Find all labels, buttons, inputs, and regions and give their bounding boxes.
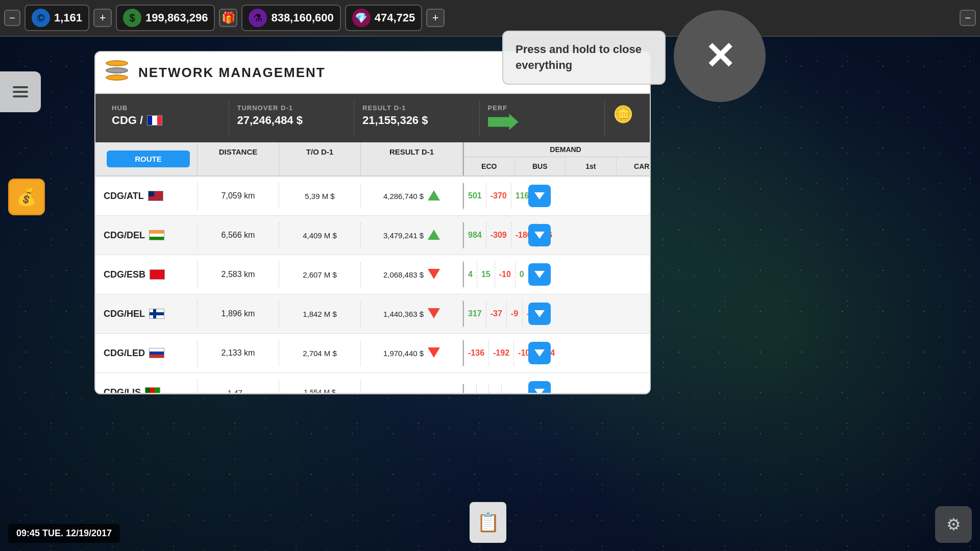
dropdown-arrow-icon: [534, 349, 545, 357]
timestamp-text: 09:45 TUE. 12/19/2017: [16, 528, 112, 538]
flag-in: [149, 230, 164, 240]
credits-icon: ©: [32, 9, 50, 27]
table-row: CDG/HEL1,896 km1,842 M $1,440,363 $317-3…: [95, 294, 650, 334]
game-timestamp: 09:45 TUE. 12/19/2017: [8, 524, 120, 543]
col-car-header: CAR: [617, 157, 650, 176]
route-cell-CDG/ATL: CDG/ATL: [95, 183, 198, 210]
row-dropdown-btn[interactable]: [528, 303, 551, 325]
table-row: CDG/ATL7,059 km5,39 M $4,286,740 $501-37…: [95, 177, 650, 216]
route-cell-CDG/ESB: CDG/ESB: [95, 261, 198, 288]
result-value: 21,155,326 $: [362, 114, 471, 127]
partial-route: CDG/LIS: [95, 379, 198, 394]
col-1st-header: 1st: [566, 157, 617, 176]
hub-summary: HUB CDG /: [104, 100, 229, 136]
partial-to: 1,554 M $: [279, 380, 361, 393]
credits-add-button[interactable]: +: [93, 9, 112, 27]
table-row: CDG/ESB2,583 km2,607 M $2,068,483 $415-1…: [95, 255, 650, 294]
col-to-header: T/O D-1: [279, 142, 361, 176]
turnover-label: TURNOVER D-1: [237, 104, 346, 112]
dollar-icon: 💰: [16, 187, 37, 207]
partial-flag: [145, 387, 160, 393]
col-route-header: ROUTE: [107, 151, 190, 167]
table-body: CDG/ATL7,059 km5,39 M $4,286,740 $501-37…: [95, 177, 650, 373]
panel-title: NETWORK MANAGEMENT: [138, 65, 326, 81]
summary-logo: 🪙: [609, 100, 638, 129]
route-cell-CDG/DEL: CDG/DEL: [95, 222, 198, 249]
perf-arrow: [488, 114, 519, 130]
result-label: RESULT D-1: [362, 104, 471, 112]
credits-minus-button[interactable]: −: [4, 10, 20, 26]
clipboard-button[interactable]: 📋: [470, 502, 506, 543]
resources-value: 838,160,600: [271, 11, 333, 24]
top-bar: − © 1,161 + $ 199,863,296 🎁 ⚗ 838,160,60…: [0, 0, 980, 37]
partial-demand: [463, 384, 514, 393]
result-summary: RESULT D-1 21,155,326 $: [354, 100, 480, 136]
resources-display: ⚗ 838,160,600: [241, 5, 340, 31]
flag-fi: [149, 309, 164, 319]
turnover-summary: TURNOVER D-1 27,246,484 $: [229, 100, 355, 136]
hub-label: HUB: [112, 104, 220, 112]
close-everything-button[interactable]: ✕: [674, 10, 766, 102]
credits-value: 1,161: [54, 11, 82, 24]
row-dropdown-btn[interactable]: [528, 185, 551, 207]
sidebar-menu-button[interactable]: [0, 71, 41, 112]
table-row: CDG/LED2,133 km2,704 M $1,970,440 $-136-…: [95, 334, 650, 373]
money-gift-button[interactable]: 🎁: [219, 9, 237, 27]
money-icon: $: [123, 9, 141, 27]
flag-us: [148, 191, 163, 201]
premium-icon: 💎: [352, 9, 371, 27]
hamburger-icon: [13, 86, 28, 97]
clipboard-icon: 📋: [477, 512, 500, 533]
top-minus-right[interactable]: −: [960, 10, 976, 26]
network-management-panel: NETWORK MANAGEMENT HUB CDG / TURNOVER D-…: [94, 51, 651, 394]
row-dropdown-btn[interactable]: [528, 342, 551, 364]
partial-result: [361, 384, 463, 393]
close-button-container: Press and hold to close everything ✕: [502, 10, 766, 102]
hub-flag-fr: [147, 115, 162, 126]
dropdown-arrow-icon: [534, 232, 545, 239]
money-display: $ 199,863,296: [116, 5, 215, 31]
panel-logo: [106, 60, 130, 85]
partial-distance: 1,47...: [198, 380, 279, 394]
partial-dropdown-arrow: [534, 389, 545, 393]
col-result-header: RESULT D-1: [361, 142, 463, 176]
partial-dropdown[interactable]: [528, 381, 551, 393]
money-value: 199,863,296: [145, 11, 208, 24]
perf-summary: PERF: [480, 100, 605, 136]
row-dropdown-btn[interactable]: [528, 224, 551, 246]
tooltip-text: Press and hold to close everything: [516, 43, 642, 71]
route-cell-CDG/LED: CDG/LED: [95, 340, 198, 367]
demand-group-header: DEMAND ECO BUS 1st CAR: [463, 142, 650, 176]
flag-tr: [150, 269, 165, 280]
routes-table: ROUTE DISTANCE T/O D-1 RESULT D-1 DEMAND…: [95, 142, 650, 393]
premium-add-button[interactable]: +: [426, 9, 445, 27]
settings-button[interactable]: ⚙: [935, 506, 972, 543]
route-cell-CDG/HEL: CDG/HEL: [95, 300, 198, 328]
col-eco-header: ECO: [464, 157, 515, 176]
turnover-value: 27,246,484 $: [237, 114, 346, 127]
credits-display: © 1,161: [24, 5, 89, 31]
dollar-button[interactable]: 💰: [8, 179, 45, 215]
table-row: CDG/DEL6,566 km4,409 M $3,479,241 $984-3…: [95, 216, 650, 255]
flag-ru: [149, 348, 164, 358]
col-distance-header: DISTANCE: [198, 142, 279, 176]
table-row-partial: CDG/LIS 1,47... 1,554 M $: [95, 373, 650, 393]
row-dropdown-btn[interactable]: [528, 263, 551, 286]
dropdown-arrow-icon: [534, 192, 545, 199]
demand-label: DEMAND: [464, 142, 650, 157]
col-bus-header: BUS: [515, 157, 566, 176]
dropdown-arrow-icon: [534, 271, 545, 278]
close-x-icon: ✕: [704, 38, 735, 74]
premium-value: 474,725: [375, 11, 415, 24]
partial-route-text: CDG/LIS: [104, 387, 141, 394]
logo-summary-area: 🪙: [605, 100, 642, 136]
hub-value: CDG /: [112, 114, 143, 127]
dropdown-arrow-icon: [534, 310, 545, 317]
perf-label: PERF: [488, 104, 597, 112]
premium-display: 💎 474,725: [345, 5, 423, 31]
resources-icon: ⚗: [249, 9, 267, 27]
press-hold-tooltip: Press and hold to close everything: [502, 31, 666, 85]
settings-icon: ⚙: [946, 515, 961, 534]
